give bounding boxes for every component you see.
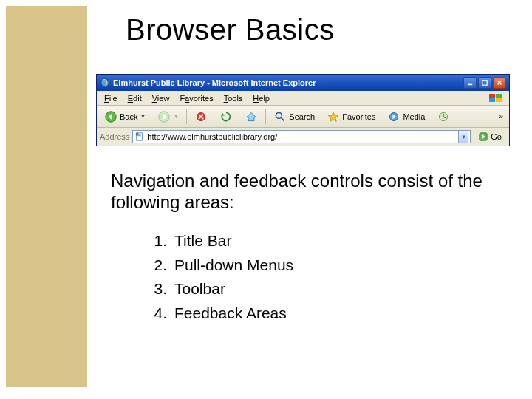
history-button[interactable] — [432, 108, 454, 126]
media-icon — [387, 110, 400, 123]
list-number: 4. — [148, 301, 167, 326]
favorites-button[interactable]: Favorites — [322, 108, 380, 126]
list-item: 3. Toolbar — [148, 277, 293, 301]
list-item: 1. Title Bar — [148, 229, 293, 253]
address-label: Address — [100, 132, 129, 141]
go-label: Go — [491, 132, 502, 141]
svg-point-0 — [101, 79, 109, 87]
window-buttons — [463, 77, 506, 89]
search-button[interactable]: Search — [269, 108, 319, 126]
history-icon — [437, 110, 450, 123]
favorites-label: Favorites — [342, 112, 375, 121]
toolbar-separator — [186, 109, 187, 124]
chevron-down-icon: ▼ — [140, 113, 146, 120]
back-button[interactable]: Back ▼ — [100, 108, 150, 126]
list-label: Pull-down Menus — [174, 253, 293, 278]
list-label: Title Bar — [174, 229, 231, 253]
browser-menubar: File Edit View Favorites Tools Help — [97, 91, 509, 106]
slide-body-text: Navigation and feedback controls consist… — [111, 170, 488, 214]
chevron-down-icon: ▼ — [173, 113, 179, 120]
back-label: Back — [120, 112, 137, 121]
svg-point-17 — [136, 133, 138, 135]
page-icon — [134, 132, 145, 142]
list-label: Toolbar — [174, 277, 225, 301]
home-icon — [245, 110, 258, 123]
media-label: Media — [403, 112, 425, 121]
toolbar-overflow[interactable]: » — [496, 112, 506, 120]
svg-rect-16 — [138, 135, 141, 136]
svg-rect-5 — [489, 98, 495, 102]
list-number: 2. — [148, 253, 167, 278]
minimize-button[interactable] — [463, 77, 477, 89]
svg-line-11 — [282, 117, 284, 120]
svg-rect-3 — [489, 94, 495, 98]
toolbar-separator — [265, 109, 266, 124]
list-number: 3. — [148, 277, 167, 301]
refresh-icon — [219, 110, 233, 123]
svg-rect-2 — [482, 81, 487, 85]
list-item: 4. Feedback Areas — [148, 301, 293, 326]
close-button[interactable] — [493, 77, 506, 89]
home-button[interactable] — [240, 108, 262, 126]
menu-tools[interactable]: Tools — [219, 93, 248, 103]
list-label: Feedback Areas — [174, 301, 287, 326]
refresh-button[interactable] — [215, 108, 237, 126]
search-icon — [273, 110, 287, 123]
windows-flag-icon — [485, 92, 506, 104]
browser-title-text: Elmhurst Public Library - Microsoft Inte… — [113, 78, 460, 87]
svg-point-10 — [276, 112, 282, 118]
menu-edit[interactable]: Edit — [123, 93, 146, 103]
menu-view[interactable]: View — [148, 93, 174, 103]
svg-rect-6 — [496, 98, 502, 102]
list-item: 2. Pull-down Menus — [148, 253, 293, 278]
ie-app-icon — [100, 78, 110, 88]
address-dropdown[interactable]: ▼ — [458, 131, 468, 143]
list-number: 1. — [148, 229, 167, 253]
browser-addressbar: Address http://www.elmhurstpubliclibrary… — [97, 128, 509, 146]
browser-window: Elmhurst Public Library - Microsoft Inte… — [96, 74, 510, 146]
back-icon — [104, 110, 117, 123]
svg-rect-4 — [496, 94, 502, 98]
star-icon — [327, 110, 340, 123]
stop-button[interactable] — [190, 108, 212, 126]
go-icon — [478, 132, 488, 142]
menu-favorites[interactable]: Favorites — [175, 93, 217, 103]
go-button[interactable]: Go — [474, 131, 506, 143]
slide: Browser Basics Elmhurst Public Library -… — [0, 0, 532, 399]
menu-help[interactable]: Help — [248, 93, 274, 103]
address-input[interactable]: http://www.elmhurstpubliclibrary.org/ ▼ — [132, 130, 471, 143]
maximize-button[interactable] — [478, 77, 491, 89]
address-url: http://www.elmhurstpubliclibrary.org/ — [147, 132, 456, 141]
menu-file[interactable]: File — [100, 93, 122, 103]
slide-list: 1. Title Bar 2. Pull-down Menus 3. Toolb… — [148, 229, 293, 325]
browser-titlebar: Elmhurst Public Library - Microsoft Inte… — [97, 75, 509, 91]
stop-icon — [194, 110, 208, 123]
browser-toolbar: Back ▼ ▼ — [97, 106, 509, 128]
media-button[interactable]: Media — [383, 108, 429, 126]
search-label: Search — [289, 112, 315, 121]
forward-button[interactable]: ▼ — [153, 108, 183, 126]
slide-title: Browser Basics — [126, 13, 335, 47]
forward-icon — [157, 110, 171, 123]
svg-rect-1 — [468, 84, 472, 86]
